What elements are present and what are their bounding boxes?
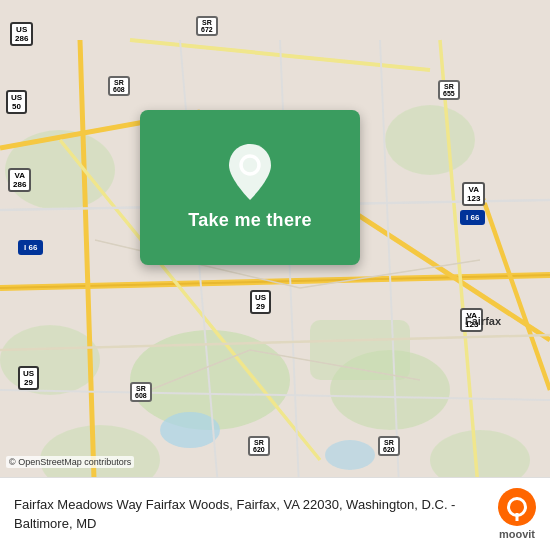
moovit-text-label: moovit — [499, 528, 535, 540]
address-block: Fairfax Meadows Way Fairfax Woods, Fairf… — [14, 495, 488, 533]
road-shield-va123: VA123 — [462, 182, 485, 206]
take-me-there-label: Take me there — [188, 210, 312, 231]
svg-point-8 — [385, 105, 475, 175]
svg-point-6 — [0, 325, 100, 395]
map-container: US286 SR672 US50 SR608 SR655 VA286 I 66 … — [0, 0, 550, 550]
svg-point-10 — [325, 440, 375, 470]
road-shield-sr672: SR672 — [196, 16, 218, 36]
address-text: Fairfax Meadows Way Fairfax Woods, Fairf… — [14, 497, 455, 531]
moovit-logo: moovit — [498, 488, 536, 540]
moovit-icon-inner — [507, 497, 527, 517]
road-shield-i66-right: I 66 — [460, 210, 485, 225]
road-shield-us29-mid: US29 — [250, 290, 271, 314]
moovit-icon — [498, 488, 536, 526]
road-shield-sr620-right: SR620 — [378, 436, 400, 456]
road-shield-us50: US50 — [6, 90, 27, 114]
road-shield-sr608-top: SR608 — [108, 76, 130, 96]
fairfax-label: Fairfax — [465, 315, 501, 327]
road-shield-va286: VA286 — [8, 168, 31, 192]
road-shield-us286-nw: US286 — [10, 22, 33, 46]
road-shield-sr620-left: SR620 — [248, 436, 270, 456]
road-shield-us29-left: US29 — [18, 366, 39, 390]
road-shield-sr608-bot: SR608 — [130, 382, 152, 402]
road-shield-sr655: SR655 — [438, 80, 460, 100]
take-me-there-card[interactable]: Take me there — [140, 110, 360, 265]
osm-attribution: © OpenStreetMap contributors — [6, 456, 134, 468]
info-bar: Fairfax Meadows Way Fairfax Woods, Fairf… — [0, 477, 550, 550]
location-pin-icon — [227, 144, 273, 200]
road-shield-i66-left: I 66 — [18, 240, 43, 255]
svg-point-9 — [160, 412, 220, 448]
